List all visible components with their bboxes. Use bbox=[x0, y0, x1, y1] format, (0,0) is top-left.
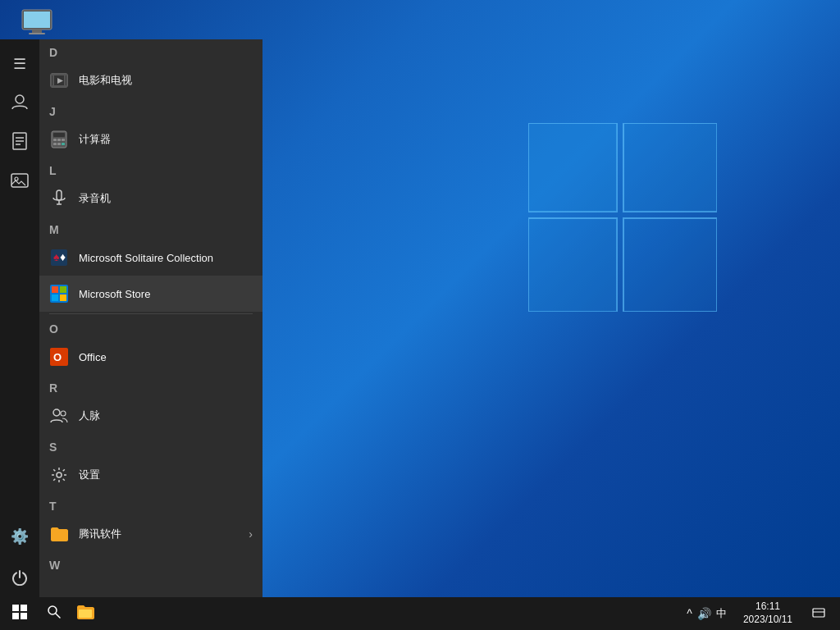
settings-app-icon bbox=[49, 465, 69, 485]
photos-button[interactable] bbox=[0, 164, 39, 200]
settings-sidebar-button[interactable]: ⚙️ bbox=[0, 518, 39, 555]
section-letter-w: W bbox=[39, 552, 262, 575]
svg-point-18 bbox=[15, 177, 18, 180]
photo-icon bbox=[11, 171, 29, 194]
svg-rect-28 bbox=[57, 139, 61, 141]
section-divider-m bbox=[49, 313, 253, 314]
hamburger-icon: ☰ bbox=[13, 55, 26, 73]
settings-icon: ⚙️ bbox=[11, 527, 29, 546]
notification-icon bbox=[812, 606, 825, 622]
power-icon bbox=[11, 569, 28, 590]
taskbar-search-button[interactable] bbox=[39, 597, 69, 630]
recorder-label: 录音机 bbox=[79, 191, 111, 206]
svg-rect-42 bbox=[52, 294, 58, 301]
solitaire-icon: ♠ ♦ bbox=[49, 248, 69, 267]
svg-rect-21 bbox=[52, 74, 54, 87]
section-letter-s: S bbox=[39, 434, 262, 457]
svg-rect-5 bbox=[624, 124, 717, 212]
svg-text:♦: ♦ bbox=[60, 250, 66, 263]
svg-rect-49 bbox=[12, 605, 19, 611]
tencent-label: 腾讯软件 bbox=[79, 527, 121, 541]
clock-date: 2023/10/11 bbox=[743, 614, 792, 627]
taskbar: ^ 🔊 中 16:11 2023/10/11 bbox=[0, 597, 840, 630]
svg-rect-23 bbox=[51, 85, 67, 87]
svg-point-47 bbox=[61, 411, 66, 416]
svg-rect-31 bbox=[57, 143, 61, 145]
calculator-label: 计算器 bbox=[79, 132, 111, 147]
svg-rect-51 bbox=[12, 613, 19, 619]
svg-rect-9 bbox=[24, 11, 50, 28]
ms-store-label: Microsoft Store bbox=[79, 288, 150, 300]
notification-button[interactable] bbox=[804, 597, 833, 630]
app-item-settings[interactable]: 设置 bbox=[39, 457, 262, 493]
system-tray: ^ 🔊 中 bbox=[682, 606, 732, 621]
office-label: Office bbox=[79, 351, 107, 363]
taskbar-right-area: ^ 🔊 中 16:11 2023/10/11 bbox=[682, 597, 840, 630]
user-icon bbox=[11, 93, 29, 115]
svg-rect-40 bbox=[52, 286, 58, 293]
section-letter-l: L bbox=[39, 158, 262, 180]
documents-button[interactable] bbox=[0, 125, 39, 161]
people-label: 人脉 bbox=[79, 409, 100, 423]
section-letter-o: O bbox=[39, 316, 262, 339]
svg-rect-10 bbox=[32, 30, 42, 33]
search-icon bbox=[48, 605, 61, 622]
svg-rect-29 bbox=[62, 139, 65, 141]
svg-rect-33 bbox=[57, 190, 62, 200]
svg-line-54 bbox=[56, 614, 60, 618]
svg-rect-43 bbox=[60, 294, 66, 301]
svg-rect-41 bbox=[60, 286, 66, 293]
clock-time: 16:11 bbox=[756, 600, 780, 614]
section-letter-r: R bbox=[39, 375, 262, 398]
svg-rect-11 bbox=[29, 33, 45, 34]
start-windows-icon bbox=[12, 605, 27, 623]
app-item-calculator[interactable]: 计算器 bbox=[39, 121, 262, 158]
svg-rect-50 bbox=[21, 605, 27, 611]
tencent-folder-icon bbox=[49, 524, 69, 544]
svg-rect-27 bbox=[53, 139, 57, 141]
section-letter-d: D bbox=[39, 39, 262, 62]
svg-rect-6 bbox=[529, 219, 617, 312]
app-item-ms-store[interactable]: Microsoft Store bbox=[39, 276, 262, 312]
app-list[interactable]: D 电影和电视 J bbox=[39, 39, 262, 597]
svg-rect-26 bbox=[53, 133, 65, 137]
section-letter-j: J bbox=[39, 98, 262, 121]
tray-input-lang[interactable]: 中 bbox=[716, 606, 727, 621]
this-pc-icon bbox=[21, 8, 53, 43]
svg-rect-7 bbox=[624, 219, 717, 312]
start-sidebar: ☰ bbox=[0, 39, 39, 597]
svg-rect-22 bbox=[64, 74, 66, 87]
start-button[interactable] bbox=[0, 597, 39, 630]
calculator-icon bbox=[49, 130, 69, 149]
user-profile-button[interactable] bbox=[0, 85, 39, 121]
power-button[interactable] bbox=[0, 561, 39, 597]
app-item-movies-tv[interactable]: 电影和电视 bbox=[39, 62, 262, 98]
section-letter-m: M bbox=[39, 217, 262, 240]
tray-speaker-icon[interactable]: 🔊 bbox=[697, 607, 711, 620]
tray-chevron-icon[interactable]: ^ bbox=[687, 607, 692, 620]
taskbar-clock[interactable]: 16:11 2023/10/11 bbox=[737, 600, 799, 626]
document-icon bbox=[11, 132, 28, 154]
svg-rect-32 bbox=[62, 143, 65, 145]
section-letter-t: T bbox=[39, 493, 262, 516]
svg-text:♠: ♠ bbox=[53, 250, 60, 263]
hamburger-menu-button[interactable]: ☰ bbox=[0, 46, 39, 82]
svg-point-12 bbox=[16, 95, 24, 103]
ms-store-icon bbox=[49, 284, 69, 304]
app-item-recorder[interactable]: 录音机 bbox=[39, 180, 262, 217]
recorder-icon bbox=[49, 189, 69, 208]
app-item-office[interactable]: O Office bbox=[39, 339, 262, 375]
svg-rect-52 bbox=[21, 613, 27, 619]
solitaire-label: Microsoft Solitaire Collection bbox=[79, 252, 213, 264]
people-icon bbox=[49, 406, 69, 426]
taskbar-file-explorer-button[interactable] bbox=[69, 597, 102, 630]
app-item-people[interactable]: 人脉 bbox=[39, 398, 262, 434]
svg-point-48 bbox=[57, 472, 62, 477]
app-item-tencent[interactable]: 腾讯软件 › bbox=[39, 516, 262, 552]
svg-point-46 bbox=[53, 409, 60, 416]
app-item-solitaire[interactable]: ♠ ♦ Microsoft Solitaire Collection bbox=[39, 240, 262, 276]
office-icon: O bbox=[49, 347, 69, 367]
movies-tv-icon bbox=[49, 71, 69, 90]
windows-logo-decoration bbox=[528, 123, 717, 312]
settings-label: 设置 bbox=[79, 468, 100, 482]
